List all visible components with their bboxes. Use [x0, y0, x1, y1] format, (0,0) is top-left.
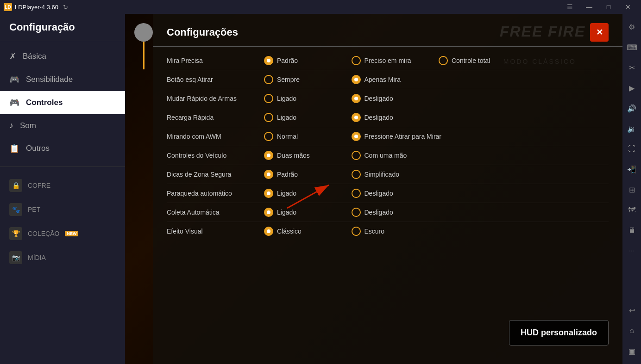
- radio-label-duas-maos: Duas mãos: [277, 152, 310, 159]
- home-icon[interactable]: ⌂: [623, 322, 640, 339]
- radio-btn-desligado-recarga[interactable]: [352, 113, 361, 122]
- radio-btn-apenas-mira[interactable]: [352, 75, 361, 84]
- radio-btn-desligado-coleta[interactable]: [352, 208, 361, 217]
- settings-close-button[interactable]: ✕: [590, 23, 609, 42]
- settings-overlay: Configurações ✕ Mira Precisa Padrão Prec…: [125, 14, 622, 364]
- titlebar: LD LDPlayer-4 3.60 ↻ ☰ — □ ✕: [0, 0, 641, 14]
- radio-normal[interactable]: Normal: [264, 132, 347, 141]
- settings-row-veiculo: Controles do Veículo Duas mãos Com uma m…: [167, 146, 609, 165]
- wrench-icon: ✗: [9, 51, 16, 62]
- hud-personalizado-button[interactable]: HUD personalizado: [509, 320, 609, 345]
- radio-btn-ligado-coleta[interactable]: [264, 208, 273, 217]
- close-button[interactable]: ✕: [619, 0, 637, 14]
- radio-btn-ligado-recarga[interactable]: [264, 113, 273, 122]
- radio-sempre[interactable]: Sempre: [264, 75, 347, 84]
- radio-label-apenas-mira: Apenas Mira: [364, 76, 401, 83]
- radio-desligado-recarga[interactable]: Desligado: [352, 113, 434, 122]
- add-icon[interactable]: 📲: [623, 161, 640, 178]
- resolution-icon[interactable]: ⊞: [623, 181, 640, 198]
- maximize-button[interactable]: □: [599, 0, 618, 14]
- cofre-icon: 🔒: [9, 179, 22, 192]
- map-icon[interactable]: 🗺: [623, 202, 640, 218]
- right-sidebar: ⚙ ⌨ ✂ ▶ 🔊 🔉 ⛶ 📲 ⊞ 🗺 🖥 ··· ↩ ⌂ ▣: [622, 14, 641, 364]
- radio-desligado-armas[interactable]: Desligado: [352, 94, 434, 103]
- display-icon[interactable]: 🖥: [623, 222, 640, 239]
- radio-padrao[interactable]: Padrão: [264, 56, 347, 65]
- sidebar-item-cofre[interactable]: 🔒 COFRE: [0, 173, 125, 197]
- radio-apenas-mira[interactable]: Apenas Mira: [352, 75, 434, 84]
- radio-controle-total[interactable]: Controle total: [439, 56, 609, 65]
- sidebar-item-colecao[interactable]: 🏆 COLEÇÃO NEW: [0, 222, 125, 246]
- radio-preciso-em-mira[interactable]: Preciso em mira: [352, 56, 434, 65]
- radio-btn-controle-total[interactable]: [439, 56, 448, 65]
- radio-btn-duas-maos[interactable]: [264, 151, 273, 160]
- radio-btn-preciso[interactable]: [352, 56, 361, 65]
- left-sidebar: Configuração ✗ Básica 🎮 Sensibilidade 🎮 …: [0, 14, 125, 364]
- settings-row-paraqueda: Paraqueda automático Ligado Desligado: [167, 184, 609, 203]
- radio-uma-mao[interactable]: Com uma mão: [352, 151, 434, 160]
- fullscreen-icon[interactable]: ⛶: [623, 141, 640, 157]
- sidebar-item-pet[interactable]: 🐾 PET: [0, 197, 125, 222]
- radio-btn-desligado-paraqueda[interactable]: [352, 189, 361, 198]
- radio-btn-simplificado[interactable]: [352, 170, 361, 179]
- sidebar-item-basica[interactable]: ✗ Básica: [0, 45, 125, 68]
- settings-content: Mira Precisa Padrão Preciso em mira Cont…: [153, 47, 622, 250]
- radio-simplificado[interactable]: Simplificado: [352, 170, 434, 179]
- radio-desligado-coleta[interactable]: Desligado: [352, 208, 434, 217]
- refresh-icon[interactable]: ↻: [63, 4, 68, 11]
- minimize-button[interactable]: —: [580, 0, 598, 14]
- radio-label-controle-total: Controle total: [452, 57, 490, 64]
- controls-icon: 🎮: [9, 98, 19, 108]
- radio-btn-pressione-atirar[interactable]: [352, 132, 361, 141]
- sidebar-item-controles[interactable]: 🎮 Controles: [0, 91, 125, 114]
- radio-label-normal: Normal: [277, 133, 298, 140]
- radio-ligado-armas[interactable]: Ligado: [264, 94, 347, 103]
- settings-row-coleta: Coleta Automática Ligado Desligado: [167, 203, 609, 222]
- radio-label-sempre: Sempre: [277, 76, 300, 83]
- row-label-botao-esq: Botão esq Atirar: [167, 75, 259, 84]
- back-icon[interactable]: ↩: [623, 302, 640, 319]
- pin-circle: [134, 23, 153, 42]
- radio-btn-classico[interactable]: [264, 227, 273, 236]
- settings-panel: Configurações ✕ Mira Precisa Padrão Prec…: [153, 14, 622, 364]
- ld-icon: LD: [4, 3, 12, 11]
- radio-ligado-paraqueda[interactable]: Ligado: [264, 189, 347, 198]
- sidebar-item-som[interactable]: ♪ Som: [0, 114, 125, 137]
- settings-row-awm: Mirando com AWM Normal Pressione Atirar …: [167, 127, 609, 146]
- radio-btn-desligado-armas[interactable]: [352, 94, 361, 103]
- settings-icon[interactable]: ⚙: [623, 19, 640, 35]
- sidebar-item-midia[interactable]: 📷 MÍDIA: [0, 246, 125, 270]
- recent-icon[interactable]: ▣: [623, 343, 640, 359]
- radio-duas-maos[interactable]: Duas mãos: [264, 151, 347, 160]
- radio-padrao-zona[interactable]: Padrão: [264, 170, 347, 179]
- radio-btn-ligado-armas[interactable]: [264, 94, 273, 103]
- cofre-label: COFRE: [28, 182, 50, 189]
- radio-btn-sempre[interactable]: [264, 75, 273, 84]
- radio-btn-escuro[interactable]: [352, 227, 361, 236]
- radio-btn-padrao-zona[interactable]: [264, 170, 273, 179]
- volume-up-icon[interactable]: 🔊: [623, 100, 640, 117]
- radio-classico[interactable]: Clássico: [264, 227, 347, 236]
- radio-escuro[interactable]: Escuro: [352, 227, 434, 236]
- scissors-icon[interactable]: ✂: [623, 59, 640, 76]
- sidebar-item-sensibilidade[interactable]: 🎮 Sensibilidade: [0, 68, 125, 91]
- radio-btn-normal[interactable]: [264, 132, 273, 141]
- radio-btn-padrao[interactable]: [264, 56, 273, 65]
- radio-pressione-atirar[interactable]: Pressione Atirar para Mirar: [352, 132, 609, 141]
- gamepad-icon: 🎮: [9, 74, 19, 85]
- radio-label-padrao-zona: Padrão: [277, 171, 298, 178]
- settings-row-botao-esq: Botão esq Atirar Sempre Apenas Mira: [167, 70, 609, 89]
- radio-desligado-paraqueda[interactable]: Desligado: [352, 189, 434, 198]
- radio-ligado-recarga[interactable]: Ligado: [264, 113, 347, 122]
- sidebar-label-basica: Básica: [23, 52, 46, 61]
- video-icon[interactable]: ▶: [623, 80, 640, 96]
- radio-btn-uma-mao[interactable]: [352, 151, 361, 160]
- keyboard-icon[interactable]: ⌨: [623, 39, 640, 56]
- menu-button[interactable]: ☰: [560, 0, 579, 14]
- more-icon[interactable]: ···: [623, 242, 640, 259]
- volume-down-icon[interactable]: 🔉: [623, 120, 640, 137]
- app-title: LDPlayer-4 3.60: [15, 4, 58, 11]
- radio-ligado-coleta[interactable]: Ligado: [264, 208, 347, 217]
- radio-btn-ligado-paraqueda[interactable]: [264, 189, 273, 198]
- sidebar-item-outros[interactable]: 📋 Outros: [0, 137, 125, 160]
